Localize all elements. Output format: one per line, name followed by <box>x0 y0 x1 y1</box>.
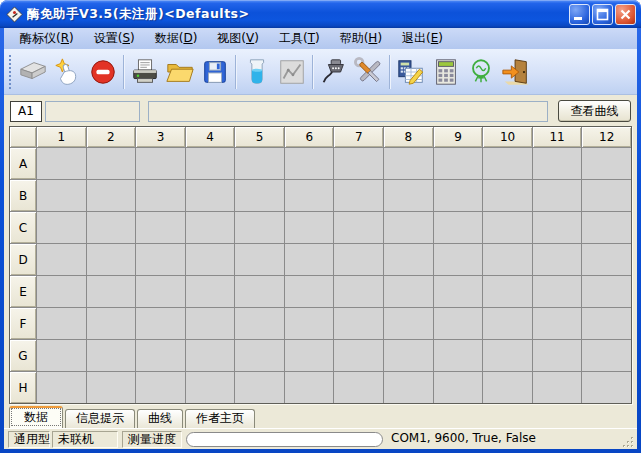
curve-chart-button[interactable] <box>274 52 309 92</box>
well-G9[interactable] <box>434 340 483 371</box>
beaker-button[interactable] <box>239 52 274 92</box>
exit-button[interactable] <box>498 52 533 92</box>
well-D1[interactable] <box>37 244 86 275</box>
well-A8[interactable] <box>384 148 433 179</box>
well-A5[interactable] <box>235 148 284 179</box>
well-B3[interactable] <box>136 180 185 211</box>
well-H4[interactable] <box>186 372 235 403</box>
maximize-button[interactable] <box>592 4 613 25</box>
well-A11[interactable] <box>533 148 582 179</box>
well-C11[interactable] <box>533 212 582 243</box>
column-header-1[interactable]: 1 <box>37 127 86 147</box>
well-H7[interactable] <box>334 372 383 403</box>
row-header-D[interactable]: D <box>10 244 36 275</box>
column-header-4[interactable]: 4 <box>186 127 235 147</box>
well-B12[interactable] <box>582 180 631 211</box>
well-C6[interactable] <box>285 212 334 243</box>
open-button[interactable] <box>162 52 197 92</box>
column-header-12[interactable]: 12 <box>582 127 631 147</box>
well-E4[interactable] <box>186 276 235 307</box>
tools-button[interactable] <box>351 52 386 92</box>
well-A12[interactable] <box>582 148 631 179</box>
column-header-5[interactable]: 5 <box>235 127 284 147</box>
well-C9[interactable] <box>434 212 483 243</box>
well-E10[interactable] <box>483 276 532 307</box>
well-C12[interactable] <box>582 212 631 243</box>
column-header-7[interactable]: 7 <box>334 127 383 147</box>
well-H5[interactable] <box>235 372 284 403</box>
bulb-button[interactable] <box>463 52 498 92</box>
well-C5[interactable] <box>235 212 284 243</box>
well-D8[interactable] <box>384 244 433 275</box>
well-E8[interactable] <box>384 276 433 307</box>
menu-item-s[interactable]: 设置(S) <box>84 28 145 49</box>
hand-click-button[interactable] <box>50 52 85 92</box>
well-H11[interactable] <box>533 372 582 403</box>
toolbar-grip[interactable] <box>9 55 11 89</box>
row-header-B[interactable]: B <box>10 180 36 211</box>
well-F8[interactable] <box>384 308 433 339</box>
column-header-6[interactable]: 6 <box>285 127 334 147</box>
well-G6[interactable] <box>285 340 334 371</box>
well-G3[interactable] <box>136 340 185 371</box>
menu-item-h[interactable]: 帮助(H) <box>330 28 392 49</box>
row-header-E[interactable]: E <box>10 276 36 307</box>
well-H6[interactable] <box>285 372 334 403</box>
well-E12[interactable] <box>582 276 631 307</box>
well-D12[interactable] <box>582 244 631 275</box>
tab-author-homepage[interactable]: 作者主页 <box>185 409 255 428</box>
well-H8[interactable] <box>384 372 433 403</box>
row-header-F[interactable]: F <box>10 308 36 339</box>
menu-item-t[interactable]: 工具(T) <box>269 28 330 49</box>
well-A4[interactable] <box>186 148 235 179</box>
well-E5[interactable] <box>235 276 284 307</box>
row-header-A[interactable]: A <box>10 148 36 179</box>
well-G12[interactable] <box>582 340 631 371</box>
well-D2[interactable] <box>87 244 136 275</box>
serial-port-button[interactable] <box>316 52 351 92</box>
well-E1[interactable] <box>37 276 86 307</box>
well-H10[interactable] <box>483 372 532 403</box>
sample-info-field[interactable] <box>45 101 140 122</box>
well-E2[interactable] <box>87 276 136 307</box>
stop-button[interactable] <box>85 52 120 92</box>
well-B11[interactable] <box>533 180 582 211</box>
close-button[interactable] <box>615 4 636 25</box>
detail-field[interactable] <box>148 101 548 122</box>
well-G11[interactable] <box>533 340 582 371</box>
well-F3[interactable] <box>136 308 185 339</box>
well-G8[interactable] <box>384 340 433 371</box>
well-H1[interactable] <box>37 372 86 403</box>
tab-info[interactable]: 信息提示 <box>65 409 135 428</box>
well-G10[interactable] <box>483 340 532 371</box>
well-B6[interactable] <box>285 180 334 211</box>
column-header-10[interactable]: 10 <box>483 127 532 147</box>
well-D11[interactable] <box>533 244 582 275</box>
menu-item-r[interactable]: 酶标仪(R) <box>10 28 84 49</box>
menu-item-d[interactable]: 数据(D) <box>145 28 208 49</box>
well-G1[interactable] <box>37 340 86 371</box>
row-header-C[interactable]: C <box>10 212 36 243</box>
resize-grip[interactable] <box>621 435 635 449</box>
view-curve-button[interactable]: 查看曲线 <box>558 100 631 122</box>
well-C2[interactable] <box>87 212 136 243</box>
well-B7[interactable] <box>334 180 383 211</box>
well-D3[interactable] <box>136 244 185 275</box>
well-B4[interactable] <box>186 180 235 211</box>
well-B1[interactable] <box>37 180 86 211</box>
well-F11[interactable] <box>533 308 582 339</box>
column-header-8[interactable]: 8 <box>384 127 433 147</box>
well-H9[interactable] <box>434 372 483 403</box>
save-button[interactable] <box>197 52 232 92</box>
well-A1[interactable] <box>37 148 86 179</box>
well-F4[interactable] <box>186 308 235 339</box>
print-button[interactable] <box>127 52 162 92</box>
well-F1[interactable] <box>37 308 86 339</box>
tab-curve[interactable]: 曲线 <box>137 409 183 428</box>
well-E11[interactable] <box>533 276 582 307</box>
tab-data[interactable]: 数据 <box>9 406 63 428</box>
well-C1[interactable] <box>37 212 86 243</box>
well-B8[interactable] <box>384 180 433 211</box>
well-F2[interactable] <box>87 308 136 339</box>
well-G2[interactable] <box>87 340 136 371</box>
